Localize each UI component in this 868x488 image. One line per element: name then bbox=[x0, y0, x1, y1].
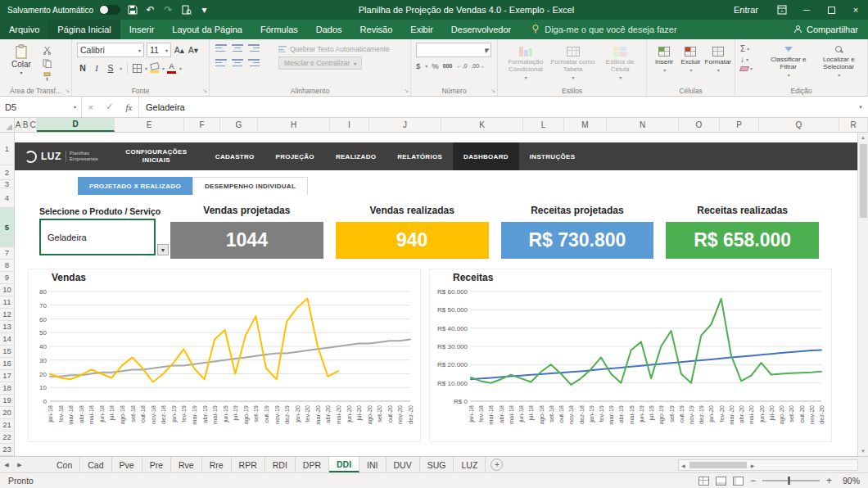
undo-icon[interactable]: ↶ bbox=[144, 0, 156, 20]
autosave-toggle[interactable] bbox=[99, 5, 120, 15]
ribbon-tab-inserir[interactable]: Inserir bbox=[120, 20, 164, 39]
save-icon[interactable] bbox=[126, 5, 138, 15]
vertical-scroll-thumb[interactable] bbox=[860, 144, 867, 218]
sheet-tab-rve[interactable]: Rve bbox=[171, 457, 202, 472]
customize-quick-access-chevron[interactable]: ▾ bbox=[198, 0, 210, 20]
column-header-J[interactable]: J bbox=[369, 118, 441, 132]
align-left-icon[interactable] bbox=[215, 57, 228, 68]
dashboard-menu-realizado[interactable]: REALIZADO bbox=[325, 142, 387, 170]
ribbon-tab-f-rmulas[interactable]: Fórmulas bbox=[251, 20, 307, 39]
sheet-tab-rpr[interactable]: RPR bbox=[232, 457, 265, 472]
row-header-13[interactable]: 13 bbox=[0, 321, 14, 333]
ribbon-tab-arquivo[interactable]: Arquivo bbox=[0, 20, 48, 39]
increase-decimal-icon[interactable]: ←,0 bbox=[456, 63, 467, 69]
comma-style-icon[interactable]: 000 bbox=[443, 63, 453, 69]
scroll-right-icon[interactable]: ▶ bbox=[748, 463, 757, 468]
column-header-H[interactable]: H bbox=[258, 118, 330, 132]
fill-icon[interactable]: ↓▾ bbox=[740, 56, 763, 64]
column-header-L[interactable]: L bbox=[523, 118, 564, 132]
column-header-D[interactable]: D bbox=[37, 118, 115, 132]
clear-icon[interactable]: ▾ bbox=[740, 66, 763, 71]
align-middle-icon[interactable] bbox=[231, 43, 244, 53]
column-header-C[interactable]: C bbox=[29, 118, 37, 132]
sign-in-button[interactable]: Entrar bbox=[734, 5, 758, 15]
column-header-F[interactable]: F bbox=[184, 118, 220, 132]
fill-color-icon[interactable] bbox=[150, 63, 159, 73]
ribbon-tab-layout-da-p-gina[interactable]: Layout da Página bbox=[163, 20, 251, 39]
sheet-tab-rdi[interactable]: RDI bbox=[265, 457, 296, 472]
row-header-11[interactable]: 11 bbox=[0, 296, 14, 309]
sheet-tab-dpr[interactable]: DPR bbox=[296, 457, 329, 472]
borders-icon[interactable] bbox=[133, 64, 142, 73]
column-header-P[interactable]: P bbox=[720, 118, 759, 132]
row-header-9[interactable]: 9 bbox=[0, 272, 14, 284]
normal-view-icon[interactable] bbox=[698, 477, 709, 486]
ribbon-tab-revis-o[interactable]: Revisão bbox=[351, 20, 402, 39]
accounting-format-icon[interactable]: $ bbox=[416, 61, 420, 70]
underline-button[interactable]: S bbox=[105, 61, 116, 75]
cancel-icon[interactable]: × bbox=[88, 102, 93, 112]
row-header-7[interactable]: 7 bbox=[0, 247, 14, 260]
share-button[interactable]: Compartilhar bbox=[793, 20, 858, 39]
zoom-out-button[interactable]: − bbox=[750, 476, 756, 486]
row-header-5[interactable]: 5 bbox=[0, 208, 14, 247]
bold-button[interactable]: N bbox=[77, 61, 88, 75]
dashboard-subtab-desempenho-individual[interactable]: DESEMPENHO INDIVIDUAL bbox=[192, 177, 308, 195]
dashboard-subtab-projetado-x-realizado[interactable]: PROJETADO X REALIZADO bbox=[78, 177, 192, 195]
merge-center-button[interactable]: Mesclar e Centralizar▾ bbox=[278, 56, 362, 70]
cut-icon[interactable] bbox=[43, 45, 57, 56]
column-header-G[interactable]: G bbox=[220, 118, 258, 132]
zoom-slider-knob[interactable] bbox=[788, 477, 790, 485]
column-header-K[interactable]: K bbox=[441, 118, 523, 132]
row-header-4[interactable]: 4 bbox=[0, 188, 14, 208]
sheet-nav-right-icon[interactable]: ▶ bbox=[13, 457, 26, 472]
minimize-button[interactable]: ─ bbox=[794, 0, 819, 20]
sheet-tab-rre[interactable]: Rre bbox=[202, 457, 232, 472]
row-header-3[interactable]: 3 bbox=[0, 180, 14, 188]
sort-filter-button[interactable]: Classificar e Filtrar ▾ bbox=[763, 43, 814, 85]
number-format-select[interactable]: ▾ bbox=[416, 43, 491, 57]
ribbon-display-options-icon[interactable] bbox=[770, 0, 794, 20]
product-selector[interactable]: Geladeira bbox=[39, 219, 156, 255]
ribbon-tab-dados[interactable]: Dados bbox=[307, 20, 351, 39]
column-header-B[interactable]: B bbox=[22, 118, 29, 132]
ribbon-tab-desenvolvedor[interactable]: Desenvolvedor bbox=[442, 20, 520, 39]
column-header-A[interactable]: A bbox=[15, 118, 22, 132]
dashboard-menu-configura-es-iniciais[interactable]: CONFIGURAÇÕES INICIAIS bbox=[108, 142, 205, 170]
column-header-E[interactable]: E bbox=[115, 118, 184, 132]
row-header-8[interactable]: 8 bbox=[0, 260, 14, 272]
horizontal-scroll-thumb[interactable] bbox=[689, 462, 747, 468]
scroll-up-icon[interactable]: ▴ bbox=[861, 133, 865, 142]
dashboard-menu-dashboard[interactable]: DASHBOARD bbox=[453, 142, 519, 170]
formula-input[interactable]: Geladeira bbox=[139, 97, 853, 117]
sheet-tab-cad[interactable]: Cad bbox=[80, 457, 111, 472]
decrease-font-size-icon[interactable]: A▾ bbox=[188, 43, 199, 56]
sheet-nav-left-icon[interactable]: ◀ bbox=[0, 457, 13, 472]
sheet-tab-pve[interactable]: Pve bbox=[112, 457, 142, 472]
page-layout-view-icon[interactable] bbox=[716, 477, 726, 486]
insert-function-icon[interactable]: fx bbox=[125, 102, 132, 112]
sheet-tab-duv[interactable]: DUV bbox=[387, 457, 420, 472]
font-color-icon[interactable]: A bbox=[167, 63, 176, 74]
column-header-O[interactable]: O bbox=[679, 118, 720, 132]
chevron-down-icon[interactable]: ▾ bbox=[425, 63, 427, 69]
zoom-slider[interactable] bbox=[762, 480, 820, 481]
percent-style-icon[interactable]: % bbox=[432, 61, 438, 70]
chevron-down-icon[interactable]: ▾ bbox=[145, 66, 147, 71]
conditional-formatting-button[interactable]: Formatação Condicional ▾ bbox=[503, 45, 549, 80]
align-bottom-icon[interactable] bbox=[247, 43, 260, 53]
font-name-select[interactable]: Calibri▾ bbox=[77, 43, 144, 57]
product-selector-dropdown-button[interactable]: ▼ bbox=[157, 244, 169, 255]
row-header-22[interactable]: 22 bbox=[0, 432, 14, 444]
row-header-14[interactable]: 14 bbox=[0, 333, 14, 346]
copy-icon[interactable] bbox=[43, 58, 57, 69]
align-center-icon[interactable] bbox=[231, 57, 244, 68]
column-header-Q[interactable]: Q bbox=[759, 118, 839, 132]
row-header-2[interactable]: 2 bbox=[0, 165, 14, 180]
sheet-canvas[interactable]: LUZ Planilhas Empresariais CONFIGURAÇÕES… bbox=[15, 133, 857, 456]
scroll-down-icon[interactable]: ▾ bbox=[861, 446, 865, 456]
format-cells-button[interactable]: Formatar ▾ bbox=[705, 45, 731, 73]
dashboard-menu-proje-o[interactable]: PROJEÇÃO bbox=[265, 142, 325, 170]
row-header-23[interactable]: 23 bbox=[0, 444, 14, 456]
dashboard-menu-cadastro[interactable]: CADASTRO bbox=[205, 142, 265, 170]
